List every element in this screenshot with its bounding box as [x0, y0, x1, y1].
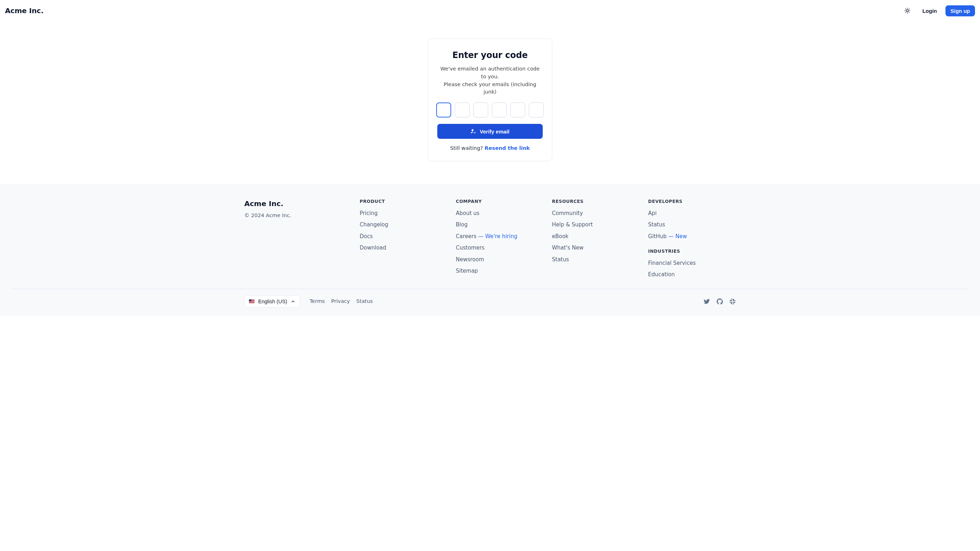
- header: Acme Inc. Login Sign up: [0, 0, 980, 21]
- footer-bottom-status[interactable]: Status: [356, 298, 373, 305]
- card-subtitle: We've emailed an authentication code to …: [437, 65, 543, 96]
- footer-link-api[interactable]: Api: [648, 210, 657, 216]
- slack-link[interactable]: [729, 298, 736, 305]
- footer-link-help[interactable]: Help & Support: [552, 221, 593, 228]
- legal-links: Terms Privacy Status: [309, 298, 372, 305]
- footer-link-status[interactable]: Status: [552, 256, 569, 263]
- chevron-up-icon: [291, 299, 296, 304]
- footer-col-product: PRODUCT Pricing Changelog Docs Download: [360, 198, 447, 279]
- footer-badge-hiring: — We're hiring: [478, 233, 517, 240]
- footer-brand-block: Acme Inc. © 2024 Acme Inc.: [244, 198, 351, 279]
- footer-link-financial[interactable]: Financial Services: [648, 260, 696, 266]
- theme-toggle[interactable]: [901, 4, 914, 17]
- footer-col-dev-ind: DEVELOPERS Api Status GitHub — New INDUS…: [648, 198, 736, 279]
- svg-point-0: [906, 10, 908, 12]
- header-actions: Login Sign up: [901, 4, 975, 17]
- resend-prefix: Still waiting?: [450, 145, 485, 151]
- footer-link-about[interactable]: About us: [456, 210, 479, 216]
- brand-logo[interactable]: Acme Inc.: [5, 5, 43, 16]
- social-links: [704, 298, 736, 305]
- svg-line-8: [909, 9, 909, 9]
- twitter-icon: [704, 298, 710, 305]
- language-label: English (US): [258, 299, 287, 304]
- card-subtitle-line-1: We've emailed an authentication code to …: [441, 66, 540, 79]
- footer-link-github[interactable]: GitHub — New: [648, 233, 687, 240]
- otp-input-5[interactable]: [510, 103, 525, 118]
- footer-copyright: © 2024 Acme Inc.: [244, 212, 351, 220]
- footer-badge-new: — New: [668, 233, 687, 240]
- footer-heading-developers: DEVELOPERS: [648, 198, 736, 205]
- signup-button[interactable]: Sign up: [945, 5, 975, 16]
- footer-link-ebook[interactable]: eBook: [552, 233, 569, 240]
- main: Enter your code We've emailed an authent…: [0, 21, 980, 184]
- slack-icon: [729, 298, 736, 305]
- footer-link-download[interactable]: Download: [360, 245, 387, 251]
- footer: Acme Inc. © 2024 Acme Inc. PRODUCT Prici…: [0, 184, 980, 316]
- footer-col-resources: RESOURCES Community Help & Support eBook…: [552, 198, 640, 279]
- footer-link-docs[interactable]: Docs: [360, 233, 373, 240]
- sun-icon: [904, 8, 910, 14]
- github-link[interactable]: [716, 298, 723, 305]
- footer-link-devstatus[interactable]: Status: [648, 221, 665, 228]
- svg-line-3: [905, 9, 906, 9]
- footer-link-careers-label: Careers: [456, 233, 476, 240]
- footer-link-github-label: GitHub: [648, 233, 667, 240]
- twitter-link[interactable]: [704, 298, 710, 305]
- footer-heading-product: PRODUCT: [360, 198, 447, 205]
- footer-link-community[interactable]: Community: [552, 210, 583, 216]
- verify-email-button[interactable]: Verify email: [437, 124, 543, 139]
- otp-group: [437, 103, 543, 118]
- footer-link-changelog[interactable]: Changelog: [360, 221, 388, 228]
- card-title: Enter your code: [437, 49, 543, 62]
- verify-card: Enter your code We've emailed an authent…: [428, 38, 552, 161]
- footer-link-whatsnew[interactable]: What's New: [552, 245, 584, 251]
- footer-brand: Acme Inc.: [244, 198, 351, 209]
- footer-heading-company: COMPANY: [456, 198, 543, 205]
- otp-input-4[interactable]: [492, 103, 507, 118]
- card-subtitle-line-2: Please check your emails (including junk…: [444, 81, 536, 95]
- user-check-icon: [471, 129, 476, 134]
- otp-input-1[interactable]: [436, 103, 451, 118]
- footer-bottom-terms[interactable]: Terms: [309, 298, 325, 305]
- svg-line-4: [909, 12, 909, 13]
- flag-us-icon: [249, 299, 255, 303]
- footer-heading-industries: INDUSTRIES: [648, 248, 736, 255]
- otp-input-3[interactable]: [473, 103, 488, 118]
- github-icon: [716, 298, 723, 305]
- login-button[interactable]: Login: [919, 5, 940, 16]
- resend-row: Still waiting? Resend the link: [437, 144, 543, 152]
- verify-email-label: Verify email: [480, 129, 509, 135]
- footer-link-pricing[interactable]: Pricing: [360, 210, 378, 216]
- otp-input-2[interactable]: [455, 103, 470, 118]
- footer-link-education[interactable]: Education: [648, 271, 675, 278]
- otp-input-6[interactable]: [529, 103, 544, 118]
- footer-bottom-privacy[interactable]: Privacy: [331, 298, 350, 305]
- footer-link-sitemap[interactable]: Sitemap: [456, 268, 478, 274]
- footer-link-careers[interactable]: Careers — We're hiring: [456, 233, 517, 240]
- footer-col-company: COMPANY About us Blog Careers — We're hi…: [456, 198, 543, 279]
- footer-link-newsroom[interactable]: Newsroom: [456, 256, 484, 263]
- language-selector[interactable]: English (US): [244, 295, 300, 308]
- footer-heading-resources: RESOURCES: [552, 198, 640, 205]
- svg-line-7: [905, 12, 906, 13]
- footer-link-blog[interactable]: Blog: [456, 221, 468, 228]
- resend-link[interactable]: Resend the link: [485, 145, 530, 151]
- footer-link-customers[interactable]: Customers: [456, 245, 485, 251]
